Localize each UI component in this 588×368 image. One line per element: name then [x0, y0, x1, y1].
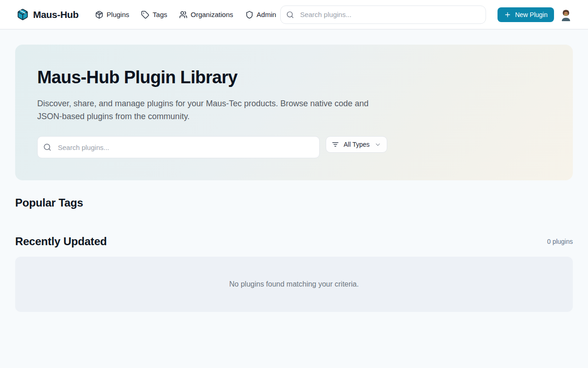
hero-search-input[interactable] [37, 136, 320, 158]
type-filter-select[interactable]: All Types [326, 136, 387, 153]
user-avatar[interactable] [560, 8, 572, 21]
nav-item-admin[interactable]: Admin [245, 11, 277, 19]
new-plugin-button[interactable]: New Plugin [498, 7, 554, 22]
tag-icon [141, 11, 149, 19]
empty-state-card: No plugins found matching your criteria. [15, 257, 573, 312]
brand-logo[interactable]: Maus-Hub [17, 8, 79, 21]
recently-updated-heading: Recently Updated [15, 235, 107, 248]
empty-state-message: No plugins found matching your criteria. [229, 280, 359, 288]
new-plugin-label: New Plugin [515, 11, 548, 18]
popular-tags-heading: Popular Tags [15, 196, 573, 209]
hero-controls: All Types [37, 136, 551, 158]
page-description: Discover, share, and manage plugins for … [37, 97, 386, 123]
hero-search [37, 136, 320, 158]
nav-label-tags: Tags [153, 11, 167, 18]
hero-banner: Maus-Hub Plugin Library Discover, share,… [15, 45, 573, 180]
package-icon [95, 11, 103, 19]
nav-item-plugins[interactable]: Plugins [95, 11, 129, 19]
popular-tags-list [15, 209, 573, 210]
nav-item-tags[interactable]: Tags [141, 11, 167, 19]
brand-name: Maus-Hub [33, 9, 79, 20]
nav-label-plugins: Plugins [107, 11, 129, 18]
popular-tags-section: Popular Tags [15, 196, 573, 210]
search-icon [286, 11, 294, 18]
app-header: Maus-Hub Plugins Tags [0, 0, 588, 29]
nav-item-organizations[interactable]: Organizations [179, 11, 233, 19]
search-icon [43, 143, 51, 151]
recently-updated-header: Recently Updated 0 plugins [15, 235, 573, 248]
plugin-count-label: 0 plugins [547, 238, 573, 245]
package-logo-icon [17, 8, 29, 21]
plus-icon [504, 11, 511, 18]
header-search [280, 6, 486, 24]
header-search-input[interactable] [280, 6, 486, 24]
shield-icon [245, 11, 254, 19]
plugin-library-page: Maus-Hub Plugin Library Discover, share,… [0, 29, 588, 312]
users-icon [179, 11, 187, 19]
nav-label-admin: Admin [257, 11, 277, 18]
chevron-down-icon [374, 141, 381, 148]
list-filter-icon [332, 141, 339, 148]
nav-label-organizations: Organizations [191, 11, 233, 18]
main-nav: Plugins Tags Organizations [95, 11, 276, 19]
type-filter-value: All Types [344, 141, 370, 148]
page-title: Maus-Hub Plugin Library [37, 68, 551, 87]
recently-updated-section: Recently Updated 0 plugins No plugins fo… [15, 235, 573, 312]
